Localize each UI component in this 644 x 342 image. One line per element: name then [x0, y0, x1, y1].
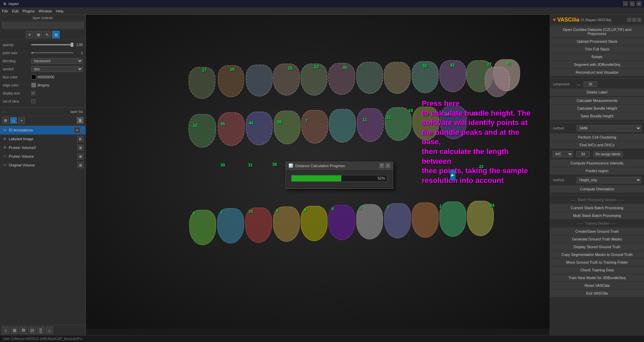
calc-measurements-button[interactable]: Calculate Measurements	[550, 97, 644, 105]
perform-cell-clustering-button[interactable]: Perform Cell Clustering	[550, 134, 644, 141]
reassign-labels-button[interactable]: Re-assign labels	[593, 151, 623, 157]
search-input[interactable]	[2, 23, 83, 28]
select-button[interactable]: ↖	[43, 31, 51, 38]
close-button[interactable]: ×	[637, 1, 641, 6]
create-save-gt-button[interactable]: Create/Save Ground Truth	[550, 228, 644, 235]
display-stored-gt-button[interactable]: Display Stored Ground Truth	[550, 243, 644, 251]
layer-item-protein-volume2[interactable]: 👁 Protein Volume2 ▦	[0, 143, 86, 152]
layer-toolbar: ⊞ ◇ ⌖ 🗑	[0, 116, 86, 125]
layer-name-labeled: Labeled Image	[9, 137, 76, 141]
face-color-swatch[interactable]	[31, 75, 36, 79]
copy-seg-masks-button[interactable]: Copy Segmentation Masks to Ground Truth	[550, 251, 644, 259]
open-cochlea-button[interactable]: Open Cochlea Datasets (CZI,LIF,TIF) and …	[550, 26, 644, 38]
point-size-slider[interactable]	[31, 52, 73, 53]
cell-extra1	[485, 67, 510, 97]
symbol-select[interactable]: disc circle square	[31, 66, 83, 72]
section-measurements: Calculate Measurements Calculate Bundle …	[550, 96, 644, 121]
progress-bar-fill	[292, 175, 341, 181]
menu-window[interactable]: Window	[39, 9, 52, 13]
menu-help[interactable]: Help	[56, 9, 64, 13]
grid-button[interactable]: ⊞	[11, 327, 18, 334]
layer-item-protein-volume[interactable]: 👁 Protein Volume ▦	[0, 152, 86, 161]
generate-gt-masks-button[interactable]: Generate Ground Truth Masks	[550, 235, 644, 243]
trim-full-stack-button[interactable]: Trim Full Stack	[550, 45, 644, 53]
predict-region-button[interactable]: Predict region	[550, 167, 644, 175]
compute-fluorescence-button[interactable]: Compute Fluorescence Intensity	[550, 159, 644, 167]
opacity-slider[interactable]	[31, 44, 73, 45]
exit-vascilia-button[interactable]: Exit VASCilia	[550, 290, 644, 297]
method1-select[interactable]: GMM KMeans	[577, 125, 641, 131]
app-grid-button[interactable]: ⣿	[37, 327, 44, 334]
cell-r3-1	[189, 210, 216, 245]
ihc-value-input[interactable]	[576, 151, 590, 157]
train-new-model-button[interactable]: Train New Model for 3DBundleSeq	[550, 274, 644, 282]
progress-percent: 52%	[378, 176, 385, 180]
cell-r2-9	[412, 107, 439, 140]
panel-pin-button[interactable]: −	[627, 18, 631, 22]
rotate-button[interactable]: Rotate	[550, 53, 644, 61]
delete-label-button[interactable]: Delete Label	[550, 88, 644, 96]
layer-list-menu[interactable]: ···	[3, 109, 7, 114]
find-ihcs-ohcs-button[interactable]: Find IHCs and OHCs	[550, 141, 644, 149]
calc-bundle-height-button[interactable]: Calculate Bundle Height	[550, 105, 644, 112]
settings-button[interactable]: ⊡	[28, 327, 36, 334]
panel-close-button[interactable]: ×	[637, 18, 641, 22]
menu-plugins[interactable]: Plugins	[23, 9, 35, 13]
cell-r2-6	[329, 109, 356, 143]
draw-tool[interactable]: ⌖	[18, 117, 25, 124]
home-button[interactable]: ⌂	[2, 327, 9, 334]
dialog-help-button[interactable]: ?	[379, 163, 384, 168]
layer-visibility-original[interactable]: 👁	[2, 162, 7, 168]
delete-layer-button[interactable]: 🗑	[77, 117, 83, 124]
cell-r2-8	[385, 107, 412, 141]
opacity-label: opacity:	[3, 43, 31, 47]
menu-file[interactable]: File	[2, 9, 8, 13]
maximize-button[interactable]: □	[630, 1, 635, 6]
cell-8	[384, 62, 411, 94]
search-bar	[0, 22, 86, 30]
napari-home[interactable]: ⌂	[46, 327, 53, 334]
layer-icon-protein2: ▦	[77, 145, 83, 151]
layer-visibility-id-annotations[interactable]: 👁	[2, 127, 7, 133]
layer-tools: ⊞ ◇ ⌖	[2, 117, 25, 124]
layer-visibility-protein2[interactable]: 👁	[2, 145, 7, 150]
face-color-row: face color: #00000000	[3, 74, 83, 80]
upload-stack-button[interactable]: Upload Processed Stack	[550, 38, 644, 45]
blending-select[interactable]: translucent opaque additive	[31, 58, 83, 64]
check-training-button[interactable]: Check Training Data	[550, 266, 644, 274]
minimize-button[interactable]: –	[623, 1, 628, 6]
component-input[interactable]	[584, 81, 597, 87]
dialog-close-button[interactable]: ×	[385, 163, 390, 168]
layer-visibility-protein[interactable]: 👁	[2, 154, 7, 159]
copy-button[interactable]: ⧉	[20, 327, 27, 334]
point-size-row: point size: 1	[3, 49, 83, 56]
save-bundle-height-button[interactable]: Save Bundle Height	[550, 112, 644, 120]
move-button[interactable]: ⊕	[52, 31, 60, 38]
layer-visibility-labeled[interactable]: 👁	[2, 136, 7, 142]
layer-item-original-volume[interactable]: 👁 Original Volume ▦	[0, 161, 86, 169]
layer-item-labeled-image[interactable]: 👁 Labeled Image ◧	[0, 135, 86, 143]
move-gt-training-button[interactable]: Move Ground Truth to Training Folder	[550, 259, 644, 266]
segment-3dbundle-button[interactable]: Segment with 3DBundleSeq	[550, 61, 644, 69]
edge-color-swatch[interactable]	[31, 83, 36, 87]
expand-panel-button[interactable]: ▶	[450, 170, 455, 180]
reset-vascilia-button[interactable]: Reset VASCilia	[550, 282, 644, 290]
canvas-area: 17 18 28 40 23 32 42 27 45 12 35 44 26 7…	[86, 15, 550, 335]
menu-edit[interactable]: Edit	[12, 9, 19, 13]
method2-select[interactable]: Height_only Full	[577, 177, 641, 183]
method-row-2: method Height_only Full	[550, 176, 644, 185]
display-text-checkbox[interactable]: ✓	[31, 91, 35, 95]
ihc-type-select[interactable]: IHC OHC	[553, 151, 573, 157]
layer-options-id[interactable]: ⁝	[82, 128, 83, 132]
close-button-x[interactable]: ×	[26, 31, 33, 38]
multi-stack-batch-button[interactable]: Multi Stack Batch Processing	[550, 212, 644, 220]
grid-tool[interactable]: ⊞	[2, 117, 9, 124]
layer-item-id-annotations[interactable]: 👁 ID Annotations ★ ⁝	[0, 126, 86, 135]
current-stack-batch-button[interactable]: Current Stack Batch Processing	[550, 204, 644, 212]
compute-orientation-button[interactable]: Compute Orientation	[550, 185, 644, 193]
panel-float-button[interactable]: □	[632, 18, 636, 22]
select-tool[interactable]: ◇	[10, 117, 17, 124]
reconstruct-visualize-button[interactable]: Reconstruct and Visualize	[550, 69, 644, 76]
add-button[interactable]: ⊕	[35, 31, 42, 38]
out-of-slice-checkbox[interactable]	[31, 99, 35, 103]
